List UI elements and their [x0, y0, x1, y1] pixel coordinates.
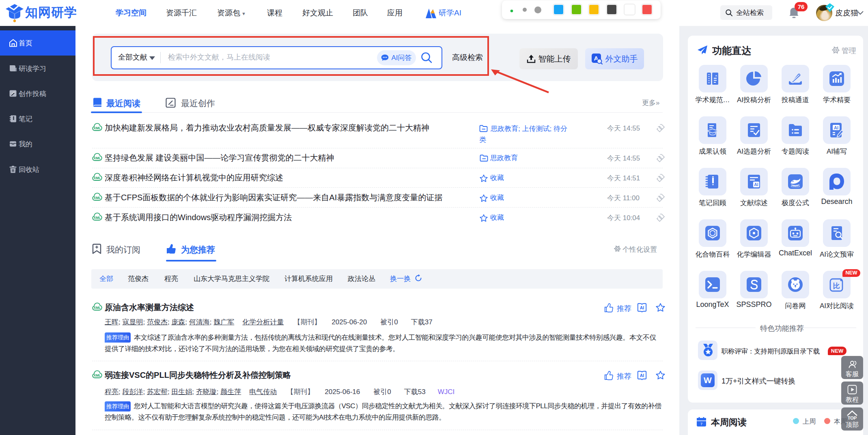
svg-text:AI: AI — [754, 182, 758, 187]
svg-text:XML: XML — [94, 156, 101, 160]
svg-text:XML: XML — [94, 216, 101, 220]
svg-text:XML: XML — [94, 126, 101, 130]
svg-text:7: 7 — [700, 422, 702, 426]
svg-text:AI: AI — [640, 305, 644, 310]
svg-text:XML: XML — [94, 373, 101, 377]
svg-text:FORMULA: FORMULA — [791, 186, 800, 188]
svg-text:AI: AI — [640, 373, 644, 378]
svg-text:比: 比 — [833, 282, 840, 290]
svg-text:XML: XML — [94, 176, 101, 180]
svg-text:XML: XML — [94, 196, 101, 200]
svg-text:AI: AI — [834, 125, 838, 130]
svg-text:XML: XML — [94, 306, 101, 310]
